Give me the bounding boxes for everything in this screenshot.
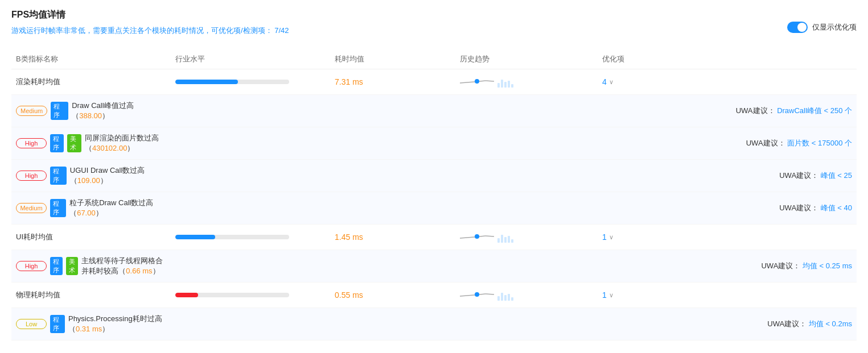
trend-line-render (460, 76, 494, 88)
history-cell-render (455, 76, 598, 88)
industry-bar-render (171, 80, 330, 84)
mini-chart-physics (497, 289, 513, 301)
avg-value-ui: 1.45 ms (330, 232, 455, 242)
chevron-down-icon: ∨ (609, 292, 614, 299)
mini-bar (497, 296, 500, 301)
history-cell-ui (455, 231, 598, 243)
col-header-4: 历史趋势 (455, 54, 598, 64)
sub-left-render-1: High 程序美术 同屏渲染的面片数过高（430102.00） (11, 133, 171, 153)
uwa-value-physics-0: 均值 < 0.2ms (809, 319, 852, 328)
sub-row-render-2: High 程序 UGUI Draw Call数过高（109.00） UWA建议：… (11, 160, 857, 192)
tag-程序: 程序 (50, 199, 66, 217)
sub-left-physics-0: Low 程序 Physics.Processing耗时过高（0.31 ms） (11, 314, 171, 334)
sub-desc-render-3: 粒子系统Draw Call数过高（67.00） (69, 198, 166, 218)
optimize-count-physics: 1 (602, 290, 607, 300)
mini-bar (511, 297, 513, 301)
level-badge-low: Low (16, 319, 47, 329)
tag-程序: 程序 (50, 167, 67, 185)
sub-left-render-0: Medium 程序 Draw Call峰值过高（388.00） (11, 101, 171, 121)
sub-row-render-3: Medium 程序 粒子系统Draw Call数过高（67.00） UWA建议：… (11, 192, 857, 225)
col-header-2: 行业水平 (171, 54, 330, 64)
col-header-5: 优化项 (598, 54, 857, 64)
subtitle: 游戏运行时帧率非常低，需要重点关注各个模块的耗时情况，可优化项/检测项： 7/4… (11, 26, 289, 36)
section-row-physics: 物理耗时均值 0.55 ms (11, 283, 857, 308)
section-name-render: 渲染耗时均值 (11, 77, 171, 87)
svg-point-7 (475, 234, 479, 239)
avg-value-render: 7.31 ms (330, 77, 455, 86)
trend-line-physics (460, 289, 494, 301)
subtitle-text: 游戏运行时帧率非常低，需要重点关注各个模块的耗时情况，可优化项/检测项： (11, 26, 273, 35)
uwa-cell-render-3: UWA建议： 峰值 < 40 (598, 203, 857, 213)
section-name-ui: UI耗时均值 (11, 232, 171, 242)
mini-bar (504, 237, 507, 243)
uwa-cell-render-1: UWA建议： 面片数 < 175000 个 (598, 138, 857, 148)
uwa-value-render-2: 峰值 < 25 (821, 171, 852, 180)
mini-bar (501, 293, 503, 301)
sub-desc-physics-0: Physics.Processing耗时过高（0.31 ms） (68, 314, 166, 334)
mini-bar (511, 84, 513, 88)
tag-程序: 程序 (50, 315, 65, 333)
svg-line-2 (486, 81, 494, 81)
uwa-label-physics-0: UWA建议： (767, 319, 807, 328)
mini-bar (508, 81, 510, 88)
sub-row-ui-0: High 程序美术 主线程等待子线程网格合并耗时较高（0.66 ms） UWA建… (11, 250, 857, 283)
svg-point-3 (475, 79, 479, 84)
toggle-row: 仅显示优化项 (787, 22, 857, 33)
trend-svg-ui (460, 231, 494, 243)
uwa-label-render-0: UWA建议： (736, 106, 775, 115)
chevron-down-icon: ∨ (609, 234, 614, 241)
uwa-cell-ui-0: UWA建议： 均值 < 0.25 ms (598, 261, 857, 271)
level-badge-high: High (16, 261, 47, 271)
svg-line-8 (460, 295, 474, 296)
trend-line-ui (460, 231, 494, 243)
tag-程序: 程序 (51, 102, 68, 120)
uwa-cell-physics-0: UWA建议： 均值 < 0.2ms (598, 319, 857, 329)
mini-bar (497, 238, 500, 243)
mini-bar (497, 83, 500, 88)
industry-bar-physics (171, 293, 330, 297)
sub-row-physics-0: Low 程序 Physics.Processing耗时过高（0.31 ms） U… (11, 308, 857, 340)
industry-bar-ui (171, 235, 330, 239)
mini-bar (504, 82, 507, 88)
tag-程序: 程序 (50, 257, 63, 275)
history-cell-physics (455, 289, 598, 301)
sub-left-ui-0: High 程序美术 主线程等待子线程网格合并耗时较高（0.66 ms） (11, 256, 171, 276)
optimize-cell-ui[interactable]: 1 ∨ (598, 232, 857, 242)
bar-track-render (175, 80, 289, 84)
sub-desc-render-2: UGUI Draw Call数过高（109.00） (70, 165, 166, 186)
tag-程序: 程序 (50, 134, 64, 152)
uwa-cell-render-2: UWA建议： 峰值 < 25 (598, 171, 857, 181)
svg-point-11 (475, 292, 479, 297)
uwa-label-render-1: UWA建议： (746, 139, 785, 147)
col-header-1: B类指标名称 (11, 54, 171, 64)
sub-desc-render-1: 同屏渲染的面片数过高（430102.00） (85, 133, 166, 153)
level-badge-medium: Medium (16, 106, 47, 116)
optimize-cell-render[interactable]: 4 ∨ (598, 77, 857, 86)
sections-container: 渲染耗时均值 7.31 ms (11, 69, 857, 340)
toggle-switch[interactable] (787, 22, 808, 33)
optimize-cell-physics[interactable]: 1 ∨ (598, 290, 857, 300)
table-header: B类指标名称 行业水平 耗时均值 历史趋势 优化项 (11, 49, 857, 69)
mini-chart-ui (497, 231, 513, 243)
uwa-label-render-2: UWA建议： (779, 171, 818, 180)
uwa-value-render-1: 面片数 < 175000 个 (787, 139, 852, 147)
optimize-count-ui: 1 (602, 232, 607, 242)
chevron-down-icon: ∨ (609, 78, 614, 86)
avg-value-physics: 0.55 ms (330, 290, 455, 300)
uwa-value-ui-0: 均值 < 0.25 ms (803, 261, 852, 270)
toggle-label: 仅显示优化项 (812, 22, 857, 32)
sub-desc-render-0: Draw Call峰值过高（388.00） (72, 101, 166, 121)
level-badge-medium: Medium (16, 203, 47, 213)
col-header-3: 耗时均值 (330, 54, 455, 64)
mini-bar (501, 80, 503, 88)
svg-line-4 (460, 237, 474, 238)
tag-美术: 美术 (66, 257, 79, 275)
bar-track-physics (175, 293, 289, 297)
page-title: FPS均值详情 (11, 9, 289, 21)
mini-bar (501, 235, 503, 243)
sub-row-render-1: High 程序美术 同屏渲染的面片数过高（430102.00） UWA建议： 面… (11, 127, 857, 160)
subtitle-highlight: 7/42 (274, 26, 289, 35)
mini-bar (508, 236, 510, 243)
bar-fill-ui (175, 235, 215, 239)
mini-chart-render (497, 76, 513, 88)
